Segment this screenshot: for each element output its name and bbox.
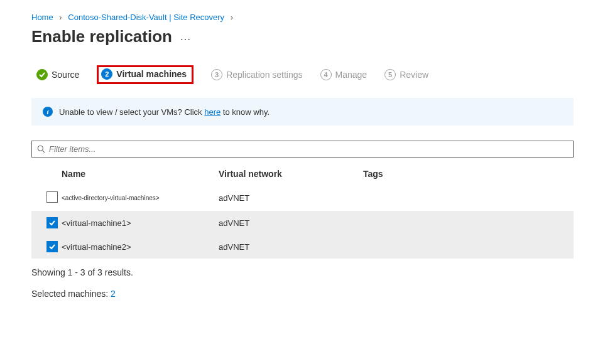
- step-highlight: 2 Virtual machines: [97, 65, 193, 84]
- chevron-right-icon: ›: [231, 13, 233, 22]
- svg-line-1: [43, 151, 45, 153]
- step-review[interactable]: 5 Review: [384, 69, 428, 80]
- column-tags[interactable]: Tags: [363, 169, 574, 179]
- filter-input[interactable]: [49, 144, 568, 154]
- check-icon: [36, 69, 48, 80]
- column-name[interactable]: Name: [62, 169, 219, 179]
- more-actions-button[interactable]: …: [180, 30, 192, 43]
- breadcrumb: Home › Contoso-Shared-Disk-Vault | Site …: [31, 13, 574, 22]
- vm-name: <virtual-machine2>: [62, 242, 219, 252]
- vm-network: adVNET: [219, 218, 363, 228]
- step-label: Source: [52, 70, 79, 80]
- wizard-steps: Source 2 Virtual machines 3 Replication …: [31, 65, 574, 84]
- step-number-icon: 3: [211, 69, 222, 80]
- breadcrumb-home[interactable]: Home: [31, 13, 53, 22]
- step-replication-settings[interactable]: 3 Replication settings: [211, 69, 302, 80]
- step-number-icon: 2: [101, 68, 112, 80]
- vm-name: <active-directory-virtual-machines>: [62, 195, 219, 201]
- selected-count: Selected machines: 2: [31, 289, 574, 299]
- row-checkbox[interactable]: [46, 241, 58, 252]
- table-row[interactable]: <virtual-machine2>adVNET: [31, 235, 574, 259]
- svg-point-0: [38, 146, 43, 151]
- step-label: Replication settings: [226, 70, 302, 80]
- breadcrumb-vault[interactable]: Contoso-Shared-Disk-Vault | Site Recover…: [68, 13, 224, 22]
- step-number-icon: 5: [384, 69, 396, 80]
- results-count: Showing 1 - 3 of 3 results.: [31, 267, 574, 277]
- step-label: Review: [400, 70, 428, 80]
- info-icon: i: [43, 107, 53, 117]
- step-label: Virtual machines: [116, 69, 187, 79]
- step-source[interactable]: Source: [36, 69, 79, 80]
- table-row[interactable]: <virtual-machine1>adVNET: [31, 211, 574, 235]
- info-link[interactable]: here: [204, 107, 221, 117]
- page-title: Enable replication: [31, 27, 172, 46]
- filter-box[interactable]: [31, 141, 574, 158]
- vm-name: <virtual-machine1>: [62, 218, 219, 228]
- chevron-right-icon: ›: [59, 13, 62, 22]
- vm-network: adVNET: [219, 193, 363, 203]
- step-label: Manage: [335, 70, 368, 80]
- step-virtual-machines[interactable]: 2 Virtual machines: [101, 68, 187, 80]
- vm-network: adVNET: [219, 242, 363, 252]
- vm-table: Name Virtual network Tags <active-direct…: [31, 164, 574, 259]
- info-banner: i Unable to view / select your VMs? Clic…: [31, 98, 574, 126]
- table-row[interactable]: <active-directory-virtual-machines>adVNE…: [31, 185, 574, 211]
- row-checkbox[interactable]: [46, 191, 58, 203]
- info-text: Unable to view / select your VMs? Click …: [59, 107, 270, 117]
- step-number-icon: 4: [320, 69, 332, 80]
- step-manage[interactable]: 4 Manage: [320, 69, 368, 80]
- column-network[interactable]: Virtual network: [219, 169, 363, 179]
- table-header: Name Virtual network Tags: [31, 164, 574, 185]
- row-checkbox[interactable]: [46, 217, 58, 228]
- search-icon: [37, 145, 45, 153]
